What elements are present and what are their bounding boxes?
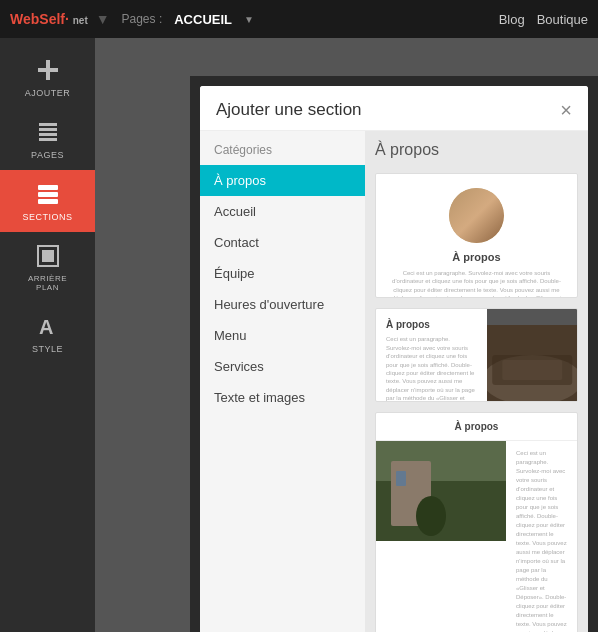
plus-icon [34, 56, 62, 84]
sections-icon [34, 180, 62, 208]
logo-suffix: net [73, 15, 88, 26]
modal-body: Catégories À propos Accueil Contact Équi… [200, 131, 588, 632]
sidebar-item-arriere-plan[interactable]: ARRIÈREPLAN [0, 232, 95, 302]
svg-rect-2 [39, 123, 57, 126]
category-list: Catégories À propos Accueil Contact Équi… [200, 131, 365, 632]
template-1-avatar [449, 188, 504, 243]
category-item-a-propos[interactable]: À propos [200, 165, 365, 196]
modal-close-button[interactable]: × [560, 100, 572, 120]
template-3-title: À propos [376, 413, 577, 441]
category-item-accueil[interactable]: Accueil [200, 196, 365, 227]
sidebar-arriere-label: ARRIÈREPLAN [28, 274, 67, 292]
style-icon: A [34, 312, 62, 340]
svg-rect-7 [38, 192, 58, 197]
template-card-1[interactable]: À propos Ceci est un paragraphe. Survole… [375, 173, 578, 298]
svg-rect-5 [39, 138, 57, 141]
template-1-content: À propos Ceci est un paragraphe. Survole… [376, 174, 577, 298]
template-2-image [487, 325, 578, 401]
svg-rect-4 [39, 133, 57, 136]
pages-icon [34, 118, 62, 146]
template-2-left: À propos Ceci est un paragraphe. Survole… [376, 309, 487, 401]
modal-add-section: Ajouter une section × Catégories À propo… [200, 86, 588, 632]
template-3-text: Ceci est un paragraphe. Survolez-moi ave… [506, 441, 577, 632]
page-content: Ajouter une section × Catégories À propo… [95, 38, 598, 632]
nav-boutique[interactable]: Boutique [537, 12, 588, 27]
svg-rect-3 [39, 128, 57, 131]
sidebar-style-label: STYLE [32, 344, 63, 354]
svg-point-20 [416, 496, 446, 536]
logo[interactable]: WebSelf· net ▼ [10, 11, 110, 27]
logo-text: WebSelf [10, 11, 65, 27]
svg-text:A: A [39, 316, 53, 338]
sidebar-ajouter-label: AJOUTER [25, 88, 71, 98]
sidebar-item-pages[interactable]: PAGES [0, 108, 95, 170]
nav-dropdown-icon[interactable]: ▼ [244, 14, 254, 25]
svg-rect-15 [502, 360, 562, 380]
svg-rect-6 [38, 185, 58, 190]
arriere-plan-icon [34, 242, 62, 270]
template-3-content: À propos [376, 413, 577, 632]
logo-dot: · [65, 11, 69, 27]
top-navbar: WebSelf· net ▼ Pages : ACCUEIL ▼ Blog Bo… [0, 0, 598, 38]
modal-header: Ajouter une section × [200, 86, 588, 131]
template-3-body: Ceci est un paragraphe. Survolez-moi ave… [376, 441, 577, 632]
template-2-left-text: Ceci est un paragraphe. Survolez-moi ave… [386, 335, 477, 401]
modal-overlay: Ajouter une section × Catégories À propo… [190, 76, 598, 632]
sidebar-pages-label: PAGES [31, 150, 64, 160]
template-2-content: À propos Ceci est un paragraphe. Survole… [376, 309, 577, 401]
template-2-right [487, 309, 578, 401]
template-1-title: À propos [452, 251, 500, 263]
category-item-heures[interactable]: Heures d'ouverture [200, 289, 365, 320]
template-3-image [376, 441, 506, 541]
template-1-body: Ceci est un paragraphe. Survolez-moi ave… [390, 269, 563, 298]
pages-label: Pages : [122, 12, 163, 26]
category-item-services[interactable]: Services [200, 351, 365, 382]
svg-rect-1 [38, 68, 58, 72]
template-card-3[interactable]: À propos [375, 412, 578, 632]
categories-title: Catégories [200, 143, 365, 165]
sidebar-sections-label: SECTIONS [22, 212, 72, 222]
template-2-title: À propos [386, 319, 477, 330]
category-item-menu[interactable]: Menu [200, 320, 365, 351]
templates-header: À propos [375, 141, 578, 159]
nav-accueil[interactable]: ACCUEIL [174, 12, 232, 27]
svg-rect-19 [396, 471, 406, 486]
sidebar-item-sections[interactable]: SECTIONS [0, 170, 95, 232]
svg-rect-8 [38, 199, 58, 204]
svg-rect-10 [42, 250, 54, 262]
logo-chevron-icon[interactable]: ▼ [96, 11, 110, 27]
templates-panel: À propos À propos Ceci est un paragraphe… [365, 131, 588, 632]
nav-blog[interactable]: Blog [499, 12, 525, 27]
modal-title: Ajouter une section [216, 100, 362, 120]
category-item-contact[interactable]: Contact [200, 227, 365, 258]
sidebar: AJOUTER PAGES SECTIONS [0, 38, 95, 632]
sidebar-item-ajouter[interactable]: AJOUTER [0, 46, 95, 108]
sidebar-item-style[interactable]: A STYLE [0, 302, 95, 364]
category-item-texte-images[interactable]: Texte et images [200, 382, 365, 413]
template-card-2[interactable]: À propos Ceci est un paragraphe. Survole… [375, 308, 578, 401]
category-item-equipe[interactable]: Équipe [200, 258, 365, 289]
